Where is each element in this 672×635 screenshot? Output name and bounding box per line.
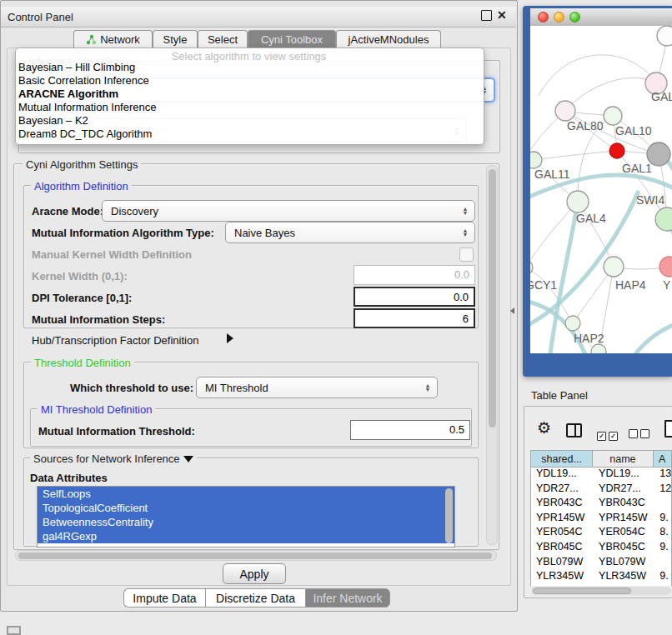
dropdown-item[interactable]: Dream8 DC_TDC Algorithm xyxy=(18,128,477,141)
table-row[interactable]: YDR27...YDR27...12 xyxy=(531,482,671,498)
which-threshold-label: Which threshold to use: xyxy=(70,382,193,394)
mi-steps-label: Mutual Information Steps: xyxy=(32,313,165,326)
svg-text:Y: Y xyxy=(663,278,671,292)
gear-icon[interactable]: ⚙ xyxy=(537,421,551,436)
minimize-traffic-light[interactable] xyxy=(554,12,564,22)
dropdown-item-highlighted[interactable]: ARACNE Algorithm xyxy=(18,88,477,101)
sources-group-title[interactable]: Sources for Network Inference xyxy=(30,452,197,465)
export-table-icon[interactable] xyxy=(664,420,672,438)
table-row[interactable]: YBR043CYBR043C xyxy=(531,497,671,512)
collapse-arrow-icon xyxy=(183,456,193,462)
kernel-width-label: Kernel Width (0,1): xyxy=(32,270,128,282)
network-icon xyxy=(86,34,97,45)
table-row[interactable]: YBR045CYBR045C9. xyxy=(531,541,671,556)
tab-impute-data[interactable]: Impute Data xyxy=(123,588,205,608)
table-body[interactable]: YDL19...YDL19...13 YDR27...YDR27...12 YB… xyxy=(530,468,672,586)
list-item-selected[interactable]: SelfLoops xyxy=(38,487,454,501)
table-hscrollbar[interactable] xyxy=(531,587,671,595)
settings-vscrollbar[interactable] xyxy=(486,165,498,545)
column-header-a[interactable]: A xyxy=(654,451,671,467)
mi-threshold-group-title: MI Threshold Definition xyxy=(38,403,155,416)
table-row[interactable]: YBL079WYBL079W xyxy=(531,556,671,571)
select-all-columns-icon[interactable]: ✓✓ xyxy=(597,427,620,442)
dpi-tolerance-label: DPI Tolerance [0,1]: xyxy=(32,292,132,304)
column-header-name[interactable]: name xyxy=(593,451,653,467)
column-header-shared-name[interactable]: shared... xyxy=(531,451,593,467)
svg-text:GAL4: GAL4 xyxy=(576,212,606,225)
dropdown-item[interactable]: Mutual Information Inference xyxy=(18,101,477,114)
tab-jactivemnodules[interactable]: jActiveMNodules xyxy=(336,30,441,48)
table-row[interactable]: YER054CYER054C8. xyxy=(531,526,671,541)
list-item-selected[interactable]: gal4RGexp xyxy=(38,529,454,543)
threshold-definition-title: Threshold Definition xyxy=(31,357,134,369)
data-attributes-list[interactable]: SelfLoops TopologicalCoefficient Between… xyxy=(37,486,455,548)
svg-text:GAL11: GAL11 xyxy=(534,168,570,181)
close-icon[interactable]: ✕ xyxy=(497,8,507,22)
mi-steps-field[interactable]: 6 xyxy=(354,308,475,328)
dpi-tolerance-field[interactable]: 0.0 xyxy=(354,287,475,307)
tab-style[interactable]: Style xyxy=(153,30,198,48)
panel-splitter-handle[interactable] xyxy=(510,308,514,314)
combo-arrows-icon: ▲▼ xyxy=(421,383,434,392)
settings-vscrollbar-thumb[interactable] xyxy=(489,169,496,428)
aracne-mode-label: Aracne Mode: xyxy=(32,205,103,218)
which-threshold-combo[interactable]: MI Threshold ▲▼ xyxy=(196,377,438,398)
network-graph: GALGAL80GAL10GAL1GAL11SWI4GAL4GCY1HAP4YH… xyxy=(530,26,672,353)
table-header-row: shared... name A xyxy=(530,450,672,468)
cyni-algorithm-settings-title: Cyni Algorithm Settings xyxy=(23,158,141,171)
close-traffic-light[interactable] xyxy=(538,12,549,22)
table-row[interactable]: YDL19...YDL19...13 xyxy=(531,468,671,482)
mi-algorithm-type-combo[interactable]: Naive Bayes ▲▼ xyxy=(225,222,475,243)
mi-threshold-label: Mutual Information Threshold: xyxy=(38,425,195,438)
svg-text:GCY1: GCY1 xyxy=(530,278,557,292)
combo-arrows-icon: ▲▼ xyxy=(459,207,472,215)
network-window-titlebar[interactable] xyxy=(530,8,672,27)
network-canvas[interactable]: GALGAL80GAL10GAL1GAL11SWI4GAL4GCY1HAP4YH… xyxy=(530,26,672,353)
table-hscrollbar-thumb[interactable] xyxy=(533,588,631,594)
tab-cyni-toolbox[interactable]: Cyni Toolbox xyxy=(248,30,336,48)
dropdown-item[interactable]: Basic Correlation Inference xyxy=(18,74,477,88)
tab-network[interactable]: Network xyxy=(73,30,153,48)
deselect-all-columns-icon[interactable] xyxy=(629,427,652,442)
kernel-width-field[interactable]: 0.0 xyxy=(354,265,475,285)
mi-threshold-field[interactable]: 0.5 xyxy=(350,420,470,440)
settings-hscrollbar[interactable] xyxy=(15,550,497,561)
svg-text:GAL80: GAL80 xyxy=(567,119,604,132)
table-row[interactable]: YLR345WYLR345W9. xyxy=(531,570,671,585)
dropdown-item[interactable]: Bayesian – Hill Climbing xyxy=(18,61,477,74)
list-vscrollbar-thumb[interactable] xyxy=(445,488,453,543)
settings-hscrollbar-thumb[interactable] xyxy=(18,552,492,559)
zoom-traffic-light[interactable] xyxy=(569,12,580,22)
control-panel-title: Control Panel xyxy=(8,11,73,23)
split-panel-icon[interactable] xyxy=(566,423,582,438)
table-row[interactable]: YIL052CYIL052C9 xyxy=(531,585,671,586)
aracne-mode-combo[interactable]: Discovery ▲▼ xyxy=(102,200,475,222)
float-window-icon[interactable] xyxy=(481,10,492,21)
apply-button[interactable]: Apply xyxy=(223,563,286,584)
svg-text:GAL10: GAL10 xyxy=(615,124,652,138)
combo-arrows-icon: ▲▼ xyxy=(459,228,472,237)
algorithm-definition-title: Algorithm Definition xyxy=(31,180,132,192)
tab-discretize-data[interactable]: Discretize Data xyxy=(205,588,305,608)
svg-text:HAP2: HAP2 xyxy=(574,332,604,345)
manual-kernel-width-label: Manual Kernel Width Definition xyxy=(32,248,192,261)
node-table: shared... name A YDL19...YDL19...13 YDR2… xyxy=(530,450,672,586)
data-attributes-label: Data Attributes xyxy=(30,472,108,484)
table-panel-title: Table Panel xyxy=(531,389,588,402)
expand-arrow-icon[interactable] xyxy=(227,333,233,343)
svg-text:GAL: GAL xyxy=(651,90,672,103)
minimized-window-icon[interactable] xyxy=(7,626,21,635)
tab-select[interactable]: Select xyxy=(198,30,248,48)
svg-text:HAP4: HAP4 xyxy=(615,278,646,292)
list-item-selected[interactable]: BetweennessCentrality xyxy=(38,515,454,529)
hub-definition-label: Hub/Transcription Factor Definition xyxy=(32,334,198,347)
mi-algorithm-type-label: Mutual Information Algorithm Type: xyxy=(32,227,214,239)
list-item-selected[interactable]: TopologicalCoefficient xyxy=(38,501,454,515)
manual-kernel-width-checkbox[interactable] xyxy=(459,248,474,262)
tab-infer-network[interactable]: Infer Network xyxy=(305,588,390,608)
table-row[interactable]: YPR145WYPR145W9. xyxy=(531,512,671,527)
svg-text:SWI4: SWI4 xyxy=(636,193,664,207)
control-panel-titlebar[interactable] xyxy=(1,7,516,28)
dropdown-item[interactable]: Bayesian – K2 xyxy=(18,114,477,128)
svg-text:GAL1: GAL1 xyxy=(622,162,652,175)
